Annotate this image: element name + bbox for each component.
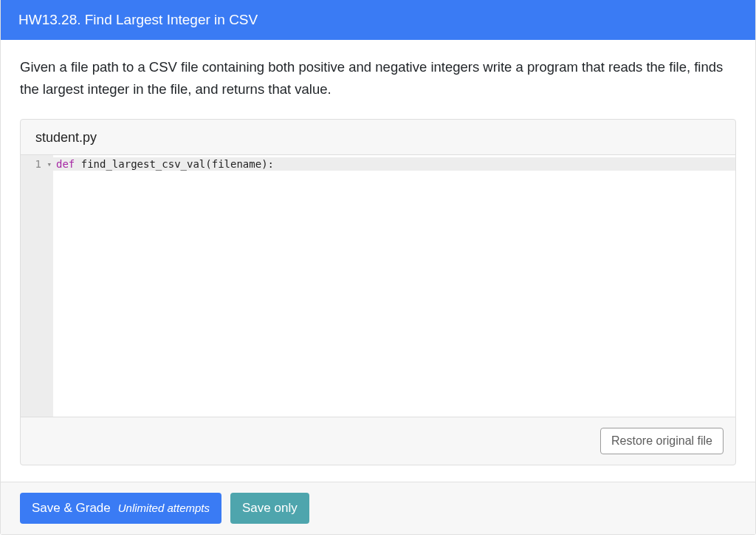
editor-panel: student.py 1 ▾ def find_largest_csv_val(… — [20, 119, 736, 465]
card-header: HW13.28. Find Largest Integer in CSV — [1, 0, 755, 40]
attempts-label: Unlimited attempts — [118, 501, 210, 516]
save-and-grade-button[interactable]: Save & Grade Unlimited attempts — [20, 493, 221, 524]
editor-tab-bar: student.py — [21, 120, 735, 154]
filename-tab[interactable]: student.py — [35, 130, 97, 145]
fold-marker-icon[interactable]: ▾ — [47, 158, 52, 171]
editor-footer: Restore original file — [21, 417, 735, 465]
code-editor[interactable]: 1 ▾ def find_largest_csv_val(filename): — [21, 154, 735, 417]
gutter-line: 1 ▾ — [21, 157, 53, 171]
code-token: find_largest_csv_val(filename): — [75, 158, 274, 170]
question-title: HW13.28. Find Largest Integer in CSV — [18, 12, 258, 27]
card-footer: Save & Grade Unlimited attempts Save onl… — [1, 482, 755, 534]
code-line[interactable]: def find_largest_csv_val(filename): — [53, 157, 735, 171]
save-grade-label: Save & Grade — [32, 500, 111, 516]
question-prompt: Given a file path to a CSV file containi… — [20, 56, 736, 100]
card-body: Given a file path to a CSV file containi… — [1, 40, 755, 482]
keyword-token: def — [56, 158, 75, 170]
line-number: 1 — [35, 158, 41, 170]
editor-gutter: 1 ▾ — [21, 155, 53, 417]
code-content[interactable]: def find_largest_csv_val(filename): — [53, 155, 735, 417]
question-card: HW13.28. Find Largest Integer in CSV Giv… — [0, 0, 756, 535]
restore-original-button[interactable]: Restore original file — [600, 428, 724, 454]
save-only-button[interactable]: Save only — [230, 493, 309, 524]
